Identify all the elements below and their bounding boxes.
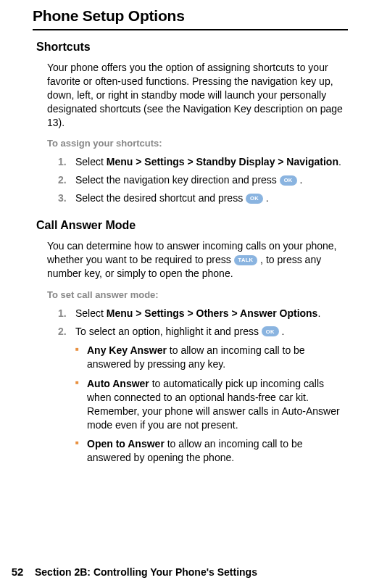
step-text: . (279, 326, 285, 337)
shortcuts-steps: Select Menu > Settings > Standby Display… (58, 154, 348, 206)
shortcuts-step-3: Select the desired shortcut and press OK… (58, 191, 348, 206)
step-text: . (263, 192, 269, 204)
page-footer: 52 Section 2B: Controlling Your Phone's … (0, 566, 257, 578)
answer-steps: Select Menu > Settings > Others > Answer… (58, 306, 348, 465)
sub-item-any-key: Any Key Answer to allow an incoming call… (75, 344, 348, 371)
page-number: 52 (0, 566, 35, 578)
step-text: Select the desired shortcut and press (75, 192, 246, 204)
section-label: Section 2B: Controlling Your Phone's Set… (35, 566, 257, 578)
step-text: . (297, 174, 303, 186)
step-text: Select (75, 156, 107, 167)
sub-item-open-to-answer: Open to Answer to allow an incoming call… (75, 437, 348, 465)
option-name: Any Key Answer (87, 344, 167, 356)
option-name: Auto Answer (87, 378, 149, 389)
answer-step-1: Select Menu > Settings > Others > Answer… (58, 306, 348, 321)
answer-intro: You can determine how to answer incoming… (47, 239, 348, 281)
step-text: . (338, 156, 341, 167)
step-text: Select (75, 307, 107, 319)
answer-heading: Call Answer Mode (36, 219, 348, 232)
answer-step-2: To select an option, highlight it and pr… (58, 324, 348, 465)
menu-path: Menu > Settings > Standby Display > Navi… (107, 156, 338, 167)
talk-key-icon: TALK (234, 255, 258, 265)
sub-item-auto-answer: Auto Answer to automatically pick up inc… (75, 377, 348, 432)
menu-path: Menu > Settings > Others > Answer Option… (107, 307, 318, 319)
title-divider (33, 29, 348, 30)
ok-key-icon: OK (280, 175, 297, 186)
page-title: Phone Setup Options (33, 7, 348, 25)
shortcuts-step-1: Select Menu > Settings > Standby Display… (58, 154, 348, 170)
shortcuts-step-2: Select the navigation key direction and … (58, 173, 348, 188)
step-text: . (317, 307, 320, 319)
ok-key-icon: OK (246, 194, 263, 204)
answer-instr-title: To set call answer mode: (47, 289, 348, 300)
shortcuts-instr-title: To assign your shortcuts: (47, 138, 348, 149)
shortcuts-intro: Your phone offers you the option of assi… (47, 61, 348, 129)
step-text: Select the navigation key direction and … (75, 174, 280, 186)
ok-key-icon: OK (262, 326, 279, 336)
option-name: Open to Answer (87, 438, 165, 450)
step-text: To select an option, highlight it and pr… (75, 326, 262, 337)
shortcuts-heading: Shortcuts (36, 41, 348, 54)
answer-sublist: Any Key Answer to allow an incoming call… (75, 344, 348, 465)
